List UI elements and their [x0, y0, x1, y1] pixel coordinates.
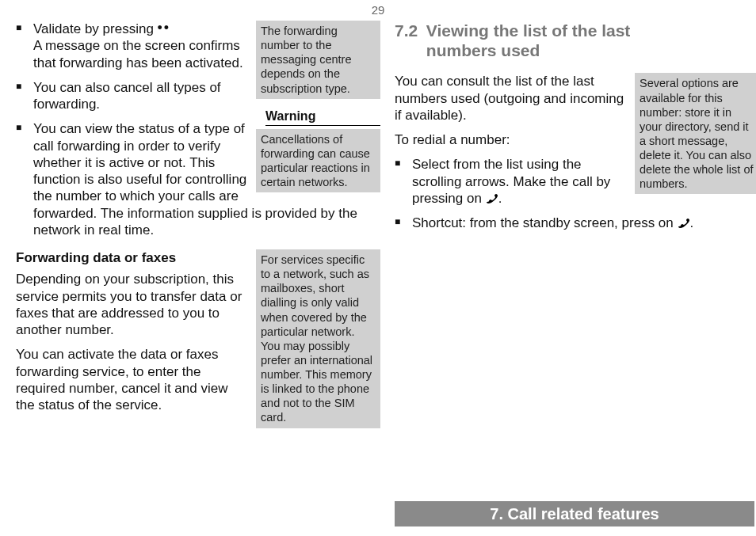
bullet-validate-tail: A message on the screen confirms that fo…: [33, 38, 243, 70]
section-heading: 7.2 Viewing the list of the last numbers…: [395, 21, 756, 60]
call-icon: [486, 192, 498, 203]
note-network-services: For services specific to a network, such…: [256, 249, 380, 428]
bullet-shortcut-pre: Shortcut: from the standby screen, press…: [412, 215, 678, 230]
page-number: 29: [372, 3, 385, 17]
right-column: 7.2 Viewing the list of the last numbers…: [395, 21, 756, 239]
bullet-shortcut: Shortcut: from the standby screen, press…: [395, 215, 756, 231]
bullet-cancel-all: You can also cancel all types of forward…: [16, 79, 380, 113]
left-column: The forwarding number to the messaging c…: [16, 21, 380, 433]
section-title: Viewing the list of the last numbers use…: [426, 21, 704, 60]
left-bullet-list: Validate by pressing •• A message on the…: [16, 21, 380, 238]
bullet-select-pre: Select from the list using the scrolling…: [412, 157, 610, 206]
bullet-validate: Validate by pressing •• A message on the…: [16, 21, 380, 71]
right-bullet-list: Select from the list using the scrolling…: [395, 156, 756, 231]
bullet-validate-lead: Validate by pressing: [33, 21, 158, 36]
bullet-select-from-list: Select from the list using the scrolling…: [395, 156, 756, 207]
bullet-view-status: You can view the status of a type of cal…: [16, 120, 380, 238]
bullet-shortcut-post: .: [690, 215, 694, 230]
footer-chapter-bar: 7. Call related features: [395, 501, 754, 526]
section-number: 7.2: [395, 21, 422, 40]
call-icon: [678, 216, 690, 227]
bullet-select-post: .: [498, 191, 502, 206]
